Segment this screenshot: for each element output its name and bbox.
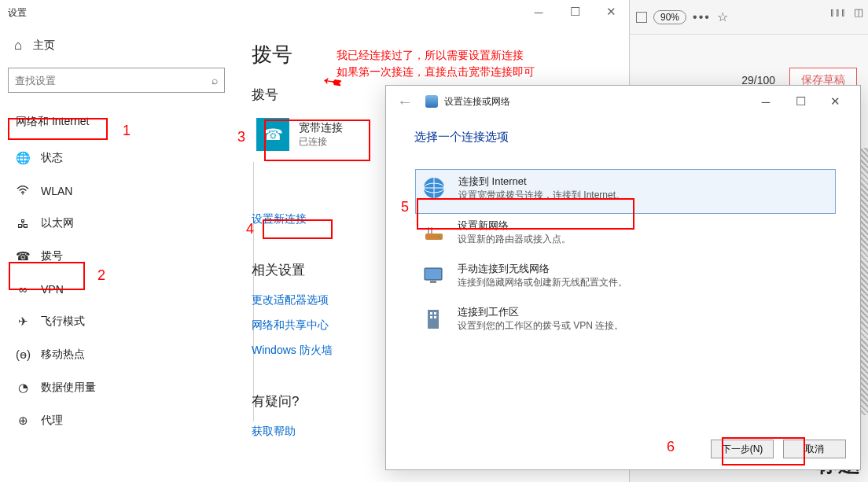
nav-airplane[interactable]: ✈飞行模式: [8, 305, 236, 338]
minimize-button[interactable]: ─: [520, 0, 557, 24]
maximize-button[interactable]: ☐: [557, 0, 593, 24]
nav-proxy[interactable]: ⊕代理: [8, 404, 236, 437]
svg-rect-3: [425, 234, 443, 240]
page-title: 拨号: [252, 41, 629, 68]
page-icon: [636, 12, 647, 23]
sidebar-icon[interactable]: ◫: [854, 6, 863, 18]
dialog-heading: 选择一个连接选项: [414, 130, 837, 145]
wifi-icon: [16, 184, 30, 197]
option-manual-wireless[interactable]: 手动连接到无线网络连接到隐藏网络或创建新无线配置文件。: [415, 257, 836, 300]
svg-rect-8: [430, 312, 432, 315]
nav-label: 代理: [41, 414, 63, 428]
close-button[interactable]: ✕: [593, 0, 629, 24]
option-title: 手动连接到无线网络: [458, 262, 627, 276]
nav-label: 以太网: [41, 216, 74, 230]
back-button[interactable]: ←: [394, 93, 416, 111]
bookmark-icon[interactable]: ☆: [717, 9, 728, 24]
nav-hotspot[interactable]: (ɵ)移动热点: [8, 338, 236, 371]
svg-rect-9: [434, 312, 436, 315]
svg-point-0: [22, 193, 24, 195]
next-button[interactable]: 下一步(N): [711, 440, 774, 458]
option-desc: 设置到您的工作区的拨号或 VPN 连接。: [458, 319, 623, 333]
nav-label: 状态: [41, 151, 63, 165]
connection-status: 已连接: [299, 135, 343, 149]
nav-label: 拨号: [41, 249, 63, 263]
building-icon: [420, 305, 447, 332]
library-icon[interactable]: ⫿⫿⫿: [829, 6, 846, 18]
new-connection-link[interactable]: 设置新连接: [252, 209, 307, 230]
option-desc: 设置宽带或拨号连接，连接到 Internet。: [458, 189, 625, 202]
option-desc: 连接到隐藏网络或创建新无线配置文件。: [458, 276, 627, 289]
search-box[interactable]: ⌕: [8, 68, 225, 93]
dialog-close[interactable]: ✕: [818, 90, 852, 113]
option-desc: 设置新的路由器或接入点。: [458, 233, 571, 246]
nav-data[interactable]: ◔数据使用量: [8, 371, 236, 404]
wizard-icon: [425, 95, 438, 108]
zoom-indicator[interactable]: 90%: [653, 10, 686, 24]
connection-icon: ☎: [256, 118, 289, 151]
nav-vpn[interactable]: ∞VPN: [8, 273, 236, 305]
option-connect-internet[interactable]: 连接到 Internet设置宽带或拨号连接，连接到 Internet。: [415, 169, 836, 214]
firewall-link[interactable]: Windows 防火墙: [252, 340, 333, 361]
nav-label: 移动热点: [41, 348, 85, 362]
window-title: 设置: [8, 6, 27, 20]
svg-rect-10: [430, 316, 432, 318]
nav-label: VPN: [41, 283, 64, 296]
home-icon: ⌂: [14, 38, 22, 53]
category-header: 网络和 Internet: [8, 110, 236, 134]
option-title: 连接到工作区: [458, 305, 623, 319]
nav-ethernet[interactable]: 🖧以太网: [8, 207, 236, 240]
adapter-options-link[interactable]: 更改适配器选项: [252, 290, 329, 311]
home-label: 主页: [33, 39, 55, 53]
get-help-link[interactable]: 获取帮助: [252, 421, 296, 442]
menu-icon[interactable]: •••: [693, 10, 711, 24]
globe-icon: 🌐: [16, 151, 30, 165]
option-new-network[interactable]: 设置新网络设置新的路由器或接入点。: [415, 214, 836, 257]
svg-point-4: [438, 236, 440, 238]
side-icons: ⫿⫿⫿ ◫: [829, 6, 863, 18]
hotspot-icon: (ɵ): [16, 348, 30, 362]
nav-wlan[interactable]: WLAN: [8, 175, 236, 207]
svg-rect-5: [425, 268, 442, 280]
cancel-button[interactable]: 取消: [783, 440, 846, 458]
dialog-maximize[interactable]: ☐: [783, 90, 818, 113]
airplane-icon: ✈: [16, 315, 30, 329]
option-workplace[interactable]: 连接到工作区设置到您的工作区的拨号或 VPN 连接。: [415, 300, 836, 344]
nav-dialup[interactable]: ☎拨号: [8, 240, 236, 273]
home-nav[interactable]: ⌂ 主页: [8, 30, 236, 68]
svg-rect-11: [434, 316, 436, 318]
dialog-minimize[interactable]: ─: [748, 90, 783, 113]
dialog-titlebar: ← 设置连接或网络 ─ ☐ ✕: [386, 86, 860, 117]
internet-icon: [421, 175, 447, 201]
connection-tile[interactable]: ☎ 宽带连接 已连接: [252, 115, 348, 154]
titlebar: 设置 ─ ☐ ✕: [0, 0, 629, 25]
ethernet-icon: 🖧: [16, 217, 30, 230]
option-title: 连接到 Internet: [458, 175, 625, 189]
dialog-title: 设置连接或网络: [444, 95, 510, 109]
nav-label: WLAN: [41, 185, 72, 197]
svg-rect-7: [428, 310, 439, 329]
network-wizard-dialog: ← 设置连接或网络 ─ ☐ ✕ 选择一个连接选项 连接到 Internet设置宽…: [385, 85, 861, 470]
dialup-icon: ☎: [16, 249, 30, 263]
monitor-icon: [420, 262, 447, 289]
search-input[interactable]: [15, 75, 211, 86]
vpn-icon: ∞: [16, 282, 30, 296]
svg-rect-6: [430, 281, 436, 283]
sidebar: ⌂ 主页 ⌕ 网络和 Internet 🌐状态 WLAN 🖧以太网 ☎拨号 ∞V…: [0, 25, 244, 482]
proxy-icon: ⊕: [16, 414, 30, 428]
option-title: 设置新网络: [458, 219, 571, 233]
nav-label: 飞行模式: [41, 315, 85, 329]
network-sharing-link[interactable]: 网络和共享中心: [252, 315, 329, 336]
connection-name: 宽带连接: [299, 121, 343, 135]
nav-label: 数据使用量: [41, 381, 96, 395]
data-icon: ◔: [16, 381, 30, 395]
nav-status[interactable]: 🌐状态: [8, 142, 236, 175]
window-controls: ─ ☐ ✕: [520, 0, 629, 24]
router-icon: [420, 219, 447, 245]
search-icon: ⌕: [211, 74, 218, 86]
